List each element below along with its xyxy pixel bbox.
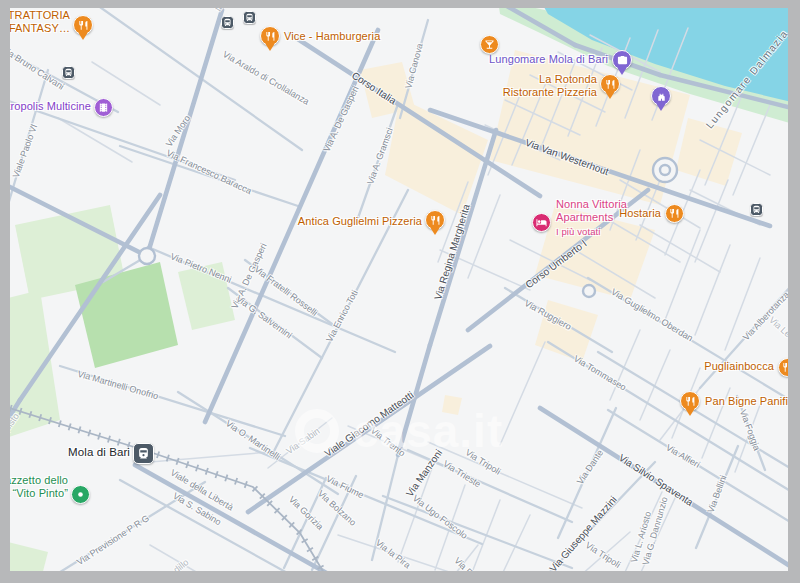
- bus-stop-icon[interactable]: [62, 66, 75, 79]
- hostaria-label[interactable]: Hostaria: [619, 207, 661, 221]
- vice-hamburgeria-marker[interactable]: [260, 26, 280, 46]
- pan-bigne-panificio-marker[interactable]: [680, 391, 700, 411]
- restaurant-icon: [605, 79, 616, 90]
- nonna-vittoria-apartments-label[interactable]: Apartments: [556, 211, 627, 225]
- bus-icon: [223, 18, 232, 27]
- la-rotonda-ristorante-pizzeria-marker[interactable]: [600, 74, 620, 94]
- bus-icon: [245, 13, 254, 22]
- nonna-vittoria-apartments-label-group[interactable]: Nonna VittoriaApartmentsI più votati: [556, 198, 627, 239]
- map-canvas[interactable]: Via Bruno CalvanitaViale Paolo VIVia Mor…: [0, 0, 800, 583]
- trattoria-fantasy-label[interactable]: RIA FANTASY…: [0, 22, 70, 36]
- roundabout: [139, 248, 155, 264]
- bar-icon: [484, 39, 495, 50]
- monument-marker[interactable]: [651, 86, 671, 106]
- bus-stop-icon[interactable]: [750, 203, 763, 216]
- nonna-vittoria-apartments-marker[interactable]: [532, 213, 551, 232]
- dot-icon: [75, 489, 86, 500]
- mola-di-bari-station-label-group[interactable]: Mola di Bari: [68, 446, 130, 460]
- camera-icon: [617, 55, 628, 66]
- metropolis-multicine-marker[interactable]: [94, 98, 113, 117]
- pugliainbocca-marker[interactable]: [778, 358, 797, 377]
- bus-icon: [64, 68, 73, 77]
- restaurant-icon: [685, 396, 696, 407]
- trattoria-fantasy-label[interactable]: TRATTORIA: [0, 9, 70, 23]
- cocktail-bar-marker[interactable]: [480, 35, 499, 54]
- monument-icon: [656, 91, 667, 102]
- restaurant-icon: [782, 362, 793, 373]
- pugliainbocca-label[interactable]: Pugliainbocca: [704, 360, 774, 374]
- bus-icon: [752, 205, 761, 214]
- mola-di-bari-station-label[interactable]: Mola di Bari: [68, 446, 130, 460]
- palazzetto-dello-sport-vito-pinto-label[interactable]: ort “Vito Pinto”: [0, 487, 68, 501]
- la-rotonda-ristorante-pizzeria-label[interactable]: La Rotonda: [503, 73, 597, 87]
- restaurant-icon: [265, 31, 276, 42]
- pugliainbocca-label-group[interactable]: Pugliainbocca: [704, 360, 774, 374]
- nonna-vittoria-apartments-label[interactable]: Nonna Vittoria: [556, 198, 627, 212]
- roundabout: [660, 165, 670, 175]
- vice-hamburgeria-label[interactable]: Vice - Hamburgeria: [284, 30, 380, 44]
- restaurant-icon: [78, 20, 89, 31]
- palazzetto-dello-sport-vito-pinto-marker[interactable]: [71, 485, 90, 504]
- palazzetto-dello-sport-vito-pinto-label-group[interactable]: Palazzetto delloort “Vito Pinto”: [0, 474, 68, 501]
- restaurant-icon: [669, 208, 680, 219]
- antica-guglielmi-pizzeria-label[interactable]: Antica Guglielmi Pizzeria: [298, 215, 422, 229]
- la-rotonda-ristorante-pizzeria-label-group[interactable]: La RotondaRistorante Pizzeria: [503, 73, 597, 100]
- metropolis-multicine-label-group[interactable]: Metropolis Multicine: [0, 100, 91, 114]
- restaurant-icon: [430, 215, 441, 226]
- metropolis-multicine-label[interactable]: Metropolis Multicine: [0, 100, 91, 114]
- bus-stop-icon[interactable]: [221, 16, 234, 29]
- lungomare-mola-di-bari-label[interactable]: Lungomare Mola di Bari: [489, 53, 608, 67]
- pan-bigne-panificio-label[interactable]: Pan Bigne Panificio: [705, 395, 800, 409]
- roundabout: [583, 285, 595, 297]
- mola-di-bari-station-marker[interactable]: [133, 443, 154, 464]
- trattoria-fantasy-marker[interactable]: [73, 15, 93, 35]
- pan-bigne-panificio-label-group[interactable]: Pan Bigne Panificio: [705, 395, 800, 409]
- trattoria-fantasy-label-group[interactable]: TRATTORIARIA FANTASY…: [0, 9, 70, 36]
- la-rotonda-ristorante-pizzeria-label[interactable]: Ristorante Pizzeria: [503, 86, 597, 100]
- hostaria-marker[interactable]: [665, 204, 684, 223]
- nonna-vittoria-apartments-sub-label: I più votati: [556, 225, 627, 239]
- cinema-icon: [98, 102, 109, 113]
- antica-guglielmi-pizzeria-marker[interactable]: [425, 210, 445, 230]
- palazzetto-dello-sport-vito-pinto-label[interactable]: Palazzetto dello: [0, 474, 68, 488]
- bus-stop-icon[interactable]: [243, 11, 256, 24]
- hostaria-label-group[interactable]: Hostaria: [619, 207, 661, 221]
- hotel-icon: [536, 217, 547, 228]
- lungomare-mola-di-bari-marker[interactable]: [612, 50, 632, 70]
- train-icon: [137, 447, 150, 460]
- vice-hamburgeria-label-group[interactable]: Vice - Hamburgeria: [284, 30, 380, 44]
- lungomare-mola-di-bari-label-group[interactable]: Lungomare Mola di Bari: [489, 53, 608, 67]
- antica-guglielmi-pizzeria-label-group[interactable]: Antica Guglielmi Pizzeria: [298, 215, 422, 229]
